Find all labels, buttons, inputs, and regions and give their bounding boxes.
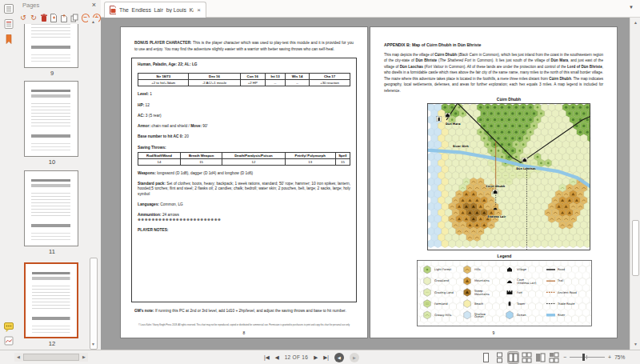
previous-view-button[interactable]: ◀ bbox=[334, 353, 344, 362]
pages-panel-icon[interactable] bbox=[2, 2, 15, 15]
page-indicator[interactable]: 12 OF 16 bbox=[285, 354, 309, 360]
thumbnail-h-scrollbar[interactable]: ◀ ▶ bbox=[14, 353, 88, 362]
player-notes-title: PLAYER NOTES: bbox=[138, 228, 350, 233]
pages-panel-title: Pages bbox=[22, 2, 39, 9]
appendix-heading: APPENDIX B: Map of Cùirn Dhubh in Dùn Bh… bbox=[384, 42, 603, 47]
last-page-button[interactable]: ▶| bbox=[323, 354, 329, 361]
previous-page-button[interactable]: ◀ bbox=[275, 354, 279, 361]
close-panel-icon[interactable]: × bbox=[92, 1, 96, 9]
saving-throws-table: Rod/Staff/WandBreath WeaponDeath/Paralys… bbox=[138, 152, 350, 166]
svg-text:Grassland: Grassland bbox=[434, 279, 449, 282]
svg-text:Ocean: Ocean bbox=[474, 315, 484, 318]
svg-text:Mountains: Mountains bbox=[474, 293, 490, 296]
view-mode-buttons bbox=[481, 352, 559, 363]
page-number-9: 9 bbox=[370, 330, 617, 335]
thumbnail-page-number: 9 bbox=[18, 70, 86, 77]
zoom-slider-thumb[interactable] bbox=[582, 354, 585, 361]
svg-text:Grazing Land: Grazing Land bbox=[434, 291, 454, 294]
single-page-view-icon[interactable] bbox=[481, 352, 491, 363]
svg-text:Cùirn Dhubh: Cùirn Dhubh bbox=[486, 185, 505, 188]
svg-text:Road: Road bbox=[558, 268, 565, 271]
ac-line: AC: 3 (5 rear) bbox=[138, 114, 350, 118]
thumbnail-content bbox=[29, 85, 74, 153]
cover-continuous-view-icon[interactable] bbox=[549, 352, 559, 363]
scroll-down-icon[interactable]: ▼ bbox=[630, 340, 640, 349]
bonus-character-intro: BONUS PLAYER CHARACTER: This is the play… bbox=[134, 40, 354, 52]
continuous-view-icon[interactable] bbox=[494, 352, 505, 363]
svg-text:River Oich: River Oich bbox=[453, 145, 469, 148]
svg-text:Ancient Road: Ancient Road bbox=[558, 291, 577, 294]
next-page-button[interactable]: ▶ bbox=[314, 354, 318, 361]
scroll-up-icon[interactable]: ▲ bbox=[88, 18, 98, 26]
document-tab[interactable]: The_Endless_Lair_by Louis_Kahn × bbox=[104, 2, 206, 18]
thumbnail-page-number: 10 bbox=[18, 158, 86, 166]
close-tab-icon[interactable]: × bbox=[197, 6, 201, 14]
svg-text:River: River bbox=[558, 314, 566, 317]
next-view-button[interactable]: ▶ bbox=[350, 353, 359, 362]
document-scrollbar[interactable]: ▲ ▼ bbox=[630, 18, 640, 350]
zoom-level[interactable]: 75% bbox=[614, 354, 625, 360]
level-line: Level: 1 bbox=[138, 92, 350, 97]
zoom-slider[interactable] bbox=[570, 357, 605, 358]
svg-text:Endless Lair: Endless Lair bbox=[487, 215, 506, 218]
thumbnail-scrollbar[interactable]: ▲ ▼ bbox=[88, 18, 98, 349]
thumbnail-content bbox=[30, 267, 73, 334]
scrollbar-thumb[interactable] bbox=[23, 354, 79, 361]
svg-text:Dùn Mara: Dùn Mara bbox=[446, 122, 461, 126]
rotate-left-icon[interactable]: ↺ bbox=[19, 13, 27, 22]
tab-bar: The_Endless_Lair_by Louis_Kahn × ▼ bbox=[101, 0, 640, 18]
page-8: BONUS PLAYER CHARACTER: This is the play… bbox=[120, 26, 368, 338]
armor-line: Armor: chain mail and shield / Move: 90' bbox=[138, 124, 350, 129]
pages-panel-header: Pages × bbox=[18, 0, 101, 11]
page-thumbnail-11[interactable] bbox=[24, 170, 78, 246]
delete-page-icon[interactable] bbox=[40, 13, 48, 22]
scroll-left-icon[interactable]: ◀ bbox=[14, 353, 22, 362]
tab-title: The_Endless_Lair_by Louis_Kahn bbox=[119, 7, 194, 13]
languages-line: Languages: Common, LG bbox=[138, 202, 350, 207]
scroll-up-icon[interactable]: ▲ bbox=[630, 18, 640, 27]
signature-panel-icon[interactable] bbox=[2, 334, 15, 347]
svg-text:Beach: Beach bbox=[474, 302, 483, 306]
scrollbar-thumb[interactable] bbox=[632, 220, 639, 276]
copyright-line: © Louis Kahn / Starry Knight Press 2018.… bbox=[127, 324, 361, 326]
ability-scores-table: Str 18/73Dex 16Con 16Int 13Wis 14Cha 17+… bbox=[138, 73, 350, 86]
two-page-view-icon[interactable] bbox=[508, 352, 518, 363]
character-sheet-box: Human, Paladin, Age: 22; AL: LG Str 18/7… bbox=[131, 58, 357, 302]
scrollbar-thumb[interactable] bbox=[90, 258, 98, 350]
svg-text:Trail: Trail bbox=[557, 279, 563, 282]
two-page-continuous-view-icon[interactable] bbox=[522, 352, 532, 363]
page-thumbnail-9[interactable] bbox=[24, 24, 78, 68]
document-view[interactable]: BONUS PLAYER CHARACTER: This is the play… bbox=[101, 18, 630, 350]
saving-throws-title: Saving Throws: bbox=[138, 146, 350, 150]
bookmarks-panel-icon[interactable] bbox=[2, 18, 15, 30]
cover-page-view-icon[interactable] bbox=[535, 352, 546, 363]
page-thumbnail-10[interactable] bbox=[24, 81, 78, 157]
ammo-track: ⊕⊕⊕⊕⊕⊕⊕⊕⊕⊕⊕⊕⊕⊕⊕⊕⊕⊕⊕⊕⊕⊕⊕⊕ bbox=[138, 218, 350, 222]
weapons-line: Weapons: longsword (D 1d8), dagger (D 1d… bbox=[138, 171, 350, 176]
svg-text:(Endless Lair): (Endless Lair) bbox=[517, 282, 537, 285]
status-bar: ◀ ▶ |◀ ◀ 12 OF 16 ▶ ▶| ◀ ▶ − bbox=[0, 350, 640, 364]
navigation-icon-strip bbox=[0, 0, 18, 364]
page-9: APPENDIX B: Map of Cùirn Dhubh in Dùn Bh… bbox=[370, 26, 618, 338]
extract-page-icon[interactable] bbox=[60, 13, 68, 22]
appendix-paragraph: This map depicts the village of Cùirn Dh… bbox=[384, 52, 603, 94]
zoom-in-button[interactable]: + bbox=[608, 354, 611, 360]
pages-panel: Pages × ↺ ↻ − + 9101112 ▲ ▼ bbox=[18, 0, 101, 350]
thumbnail-content bbox=[29, 24, 74, 64]
first-page-button[interactable]: |◀ bbox=[264, 354, 270, 361]
svg-text:Ocean: Ocean bbox=[517, 314, 526, 317]
tab-menu-dropdown-icon[interactable]: ▼ bbox=[629, 5, 634, 10]
bookmark-ribbon-icon[interactable] bbox=[2, 33, 15, 46]
comments-panel-icon[interactable] bbox=[2, 320, 15, 333]
rotate-right-icon[interactable]: ↻ bbox=[30, 13, 38, 22]
pdf-file-icon bbox=[110, 6, 116, 14]
svg-text:Dùn Laochas: Dùn Laochas bbox=[516, 167, 535, 170]
page-thumbnail-12[interactable] bbox=[24, 262, 78, 338]
svg-text:Light Forest: Light Forest bbox=[434, 268, 452, 271]
duplicate-page-icon[interactable] bbox=[70, 13, 78, 22]
insert-page-icon[interactable] bbox=[50, 13, 58, 22]
hp-line: HP: 12 bbox=[138, 103, 350, 108]
scroll-down-icon[interactable]: ▼ bbox=[88, 340, 98, 349]
scroll-right-icon[interactable]: ▶ bbox=[80, 353, 88, 362]
zoom-out-button[interactable]: − bbox=[563, 354, 566, 360]
